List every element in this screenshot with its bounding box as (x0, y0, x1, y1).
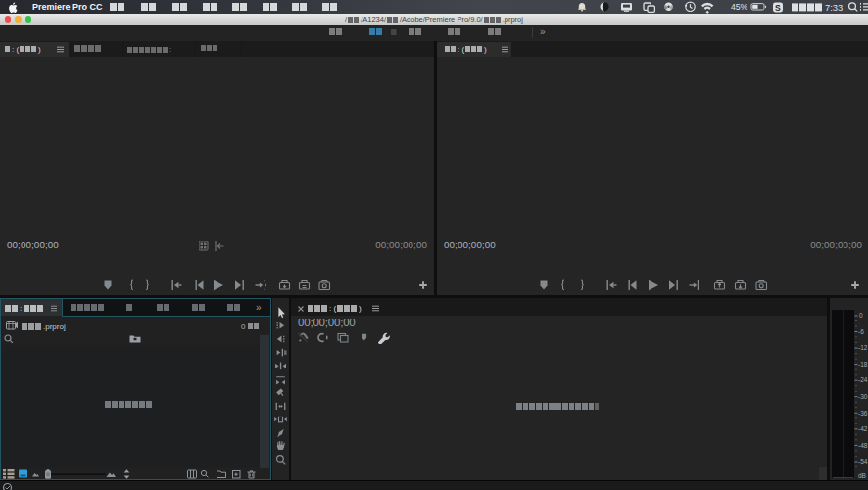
svg-text:dB: dB (858, 472, 866, 479)
svg-text:-48: -48 (858, 442, 868, 449)
svg-text:45%: 45% (731, 2, 748, 12)
svg-text:-24: -24 (858, 376, 868, 383)
svg-text:-36: -36 (858, 410, 868, 416)
svg-text:-6: -6 (858, 328, 864, 335)
svg-text:-18: -18 (858, 361, 868, 368)
svg-text:-42: -42 (858, 425, 868, 432)
svg-text:-30: -30 (858, 393, 868, 400)
svg-text:S: S (775, 3, 781, 13)
svg-text:-54: -54 (858, 458, 868, 465)
svg-text:-12: -12 (858, 344, 868, 351)
svg-text:0: 0 (859, 312, 863, 318)
svg-text:7:33: 7:33 (825, 2, 843, 13)
